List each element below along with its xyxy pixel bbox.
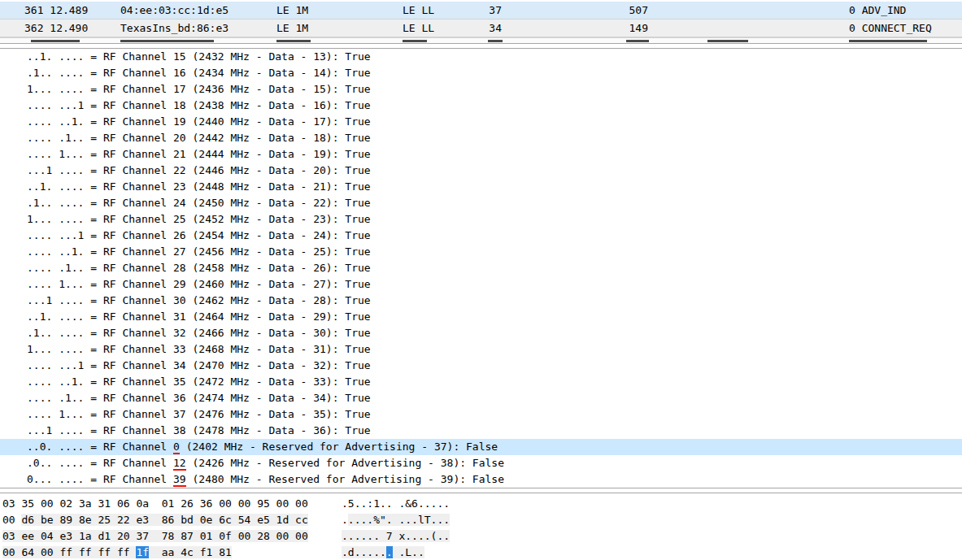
detail-tree-row[interactable]: .1.. .... = RF Channel 24 (2450 MHz - Da… xyxy=(0,195,962,211)
hex-byte: 78 xyxy=(162,530,175,542)
bitfield-prefix: .0.. .... = RF Channel xyxy=(27,457,173,469)
ascii-char: 5 xyxy=(348,497,355,510)
hex-byte: 03 xyxy=(2,530,15,542)
detail-tree-row[interactable]: 1... .... = RF Channel 25 (2452 MHz - Da… xyxy=(0,211,962,228)
bitfield-suffix: (2438 MHz - Data - 16): True xyxy=(186,99,371,111)
hex-row[interactable]: 00 d6 be 89 8e 25 22 e3 86 bd 0e 6c 54 e… xyxy=(0,512,962,528)
hex-row[interactable]: 03 35 00 02 3a 31 06 0a 01 26 36 00 00 9… xyxy=(0,496,962,512)
detail-tree-row[interactable]: .... ..1. = RF Channel 35 (2472 MHz - Da… xyxy=(0,374,962,390)
detail-tree-row[interactable]: 1... .... = RF Channel 17 (2436 MHz - Da… xyxy=(0,81,962,98)
hex-gap xyxy=(174,530,181,542)
bitfield-prefix: .1.. .... = RF Channel xyxy=(27,327,173,339)
ascii-char: . xyxy=(411,530,418,542)
detail-tree-row[interactable]: ...1 .... = RF Channel 38 (2478 MHz - Da… xyxy=(0,423,962,439)
detail-tree-row[interactable]: .1.. .... = RF Channel 32 (2466 MHz - Da… xyxy=(0,325,962,341)
detail-tree-row[interactable]: .... ...1 = RF Channel 26 (2454 MHz - Da… xyxy=(0,228,962,244)
hex-byte: 81 xyxy=(219,546,232,558)
bitfield-suffix: (2452 MHz - Data - 23): True xyxy=(186,213,371,225)
hex-byte: aa xyxy=(162,546,175,558)
detail-tree-row[interactable]: .... 1... = RF Channel 29 (2460 MHz - Da… xyxy=(0,276,962,293)
hex-byte: 25 xyxy=(98,514,111,526)
ascii-char: . xyxy=(380,546,386,558)
channel-number: 33 xyxy=(173,343,186,355)
bitfield-suffix: (2432 MHz - Data - 13): True xyxy=(186,50,371,63)
packet-detail-pane: ..1. .... = RF Channel 15 (2432 MHz - Da… xyxy=(0,49,962,488)
bitfield-prefix: .... ...1 = RF Channel xyxy=(27,359,173,371)
bitfield-prefix: .... 1... = RF Channel xyxy=(27,148,173,160)
detail-tree-row[interactable]: ..1. .... = RF Channel 15 (2432 MHz - Da… xyxy=(0,49,962,65)
hex-byte: cc xyxy=(295,514,308,526)
bitfield-suffix: (2454 MHz - Data - 24): True xyxy=(186,229,371,241)
detail-tree-row[interactable]: .... .1.. = RF Channel 36 (2474 MHz - Da… xyxy=(0,390,962,406)
ascii-char: . xyxy=(373,530,380,542)
ascii-bytes: .d...... .L.. xyxy=(342,545,424,560)
clipped-text-fragment xyxy=(276,40,311,42)
detail-tree-row[interactable]: .... ...1 = RF Channel 18 (2438 MHz - Da… xyxy=(0,98,962,114)
ascii-char: . xyxy=(411,514,418,526)
hex-byte: 35 xyxy=(21,497,34,510)
hex-byte: 31 xyxy=(98,497,111,510)
detail-tree-row[interactable]: .... .1.. = RF Channel 28 (2458 MHz - Da… xyxy=(0,260,962,276)
hex-byte: 1d xyxy=(276,514,289,526)
detail-tree-row[interactable]: ..1. .... = RF Channel 23 (2448 MHz - Da… xyxy=(0,179,962,195)
pane-splitter-bottom[interactable] xyxy=(0,488,962,493)
packet-no-time: 361 12.489 xyxy=(24,2,88,19)
hex-gap xyxy=(149,546,162,558)
detail-tree-row[interactable]: ...1 .... = RF Channel 30 (2462 MHz - Da… xyxy=(0,293,962,309)
detail-tree-row[interactable]: .... .1.. = RF Channel 20 (2442 MHz - Da… xyxy=(0,130,962,146)
hex-gap xyxy=(212,530,219,542)
hex-byte: ff xyxy=(98,546,111,558)
hex-byte: 00 xyxy=(238,497,251,510)
hex-byte: 89 xyxy=(59,514,72,526)
bitfield-prefix: ..1. .... = RF Channel xyxy=(27,310,173,323)
bitfield-prefix: 1... .... = RF Channel xyxy=(27,343,173,355)
packet-row[interactable]: 362 12.490TexasIns_bd:86:e3LE 1MLE LL341… xyxy=(0,20,962,37)
packet-row[interactable]: 361 12.48904:ee:03:cc:1d:e5LE 1MLE LL375… xyxy=(0,2,962,20)
detail-tree-row[interactable]: ..1. .... = RF Channel 31 (2464 MHz - Da… xyxy=(0,309,962,325)
bitfield-suffix: (2444 MHz - Data - 19): True xyxy=(186,148,371,160)
ascii-char: . xyxy=(342,546,348,558)
bitfield-prefix: ...1 .... = RF Channel xyxy=(27,294,173,306)
clipped-text-fragment xyxy=(31,40,80,42)
detail-tree-row[interactable]: ...1 .... = RF Channel 22 (2446 MHz - Da… xyxy=(0,163,962,179)
hex-gap xyxy=(212,546,219,558)
detail-tree-row[interactable]: .1.. .... = RF Channel 16 (2434 MHz - Da… xyxy=(0,65,962,81)
hex-row[interactable]: 00 64 00 ff ff ff ff 1f aa 4c f1 81.d...… xyxy=(0,545,962,560)
channel-number: 21 xyxy=(173,148,186,160)
detail-tree-row[interactable]: .... 1... = RF Channel 37 (2476 MHz - Da… xyxy=(0,406,962,423)
hex-byte: e3 xyxy=(59,530,72,542)
bitfield-prefix: 0... .... = RF Channel xyxy=(27,473,173,485)
channel-number: 26 xyxy=(173,229,186,241)
channel-number: 23 xyxy=(173,180,186,193)
bitfield-suffix: (2458 MHz - Data - 26): True xyxy=(186,262,371,274)
ascii-char: . xyxy=(405,514,411,526)
hex-byte: 00 xyxy=(295,497,308,510)
ascii-char: 7 xyxy=(386,530,393,542)
hex-gap xyxy=(270,497,276,510)
channel-number-annotated: 0 xyxy=(173,441,180,454)
detail-tree-row[interactable]: ..0. .... = RF Channel 0 (2402 MHz - Res… xyxy=(0,439,962,455)
hex-row[interactable]: 03 ee 04 e3 1a d1 20 37 78 87 01 0f 00 2… xyxy=(0,528,962,545)
detail-tree-row[interactable]: .... ..1. = RF Channel 27 (2456 MHz - Da… xyxy=(0,244,962,260)
pane-splitter-top[interactable] xyxy=(0,43,962,49)
packet-phy: LE 1M xyxy=(276,20,308,37)
packet-list-pane: 361 12.48904:ee:03:cc:1d:e5LE 1MLE LL375… xyxy=(0,0,962,37)
hex-byte: ff xyxy=(59,546,72,558)
bitfield-suffix: (2448 MHz - Data - 21): True xyxy=(186,180,371,193)
channel-number: 15 xyxy=(173,50,186,63)
bitfield-prefix: ..1. .... = RF Channel xyxy=(27,180,173,193)
detail-tree-row[interactable]: .... ...1 = RF Channel 34 (2470 MHz - Da… xyxy=(0,358,962,374)
detail-tree-row[interactable]: .... ..1. = RF Channel 19 (2440 MHz - Da… xyxy=(0,114,962,130)
bitfield-suffix: (2480 MHz - Reserved for Advertising - 3… xyxy=(186,473,504,485)
ascii-char: . xyxy=(418,530,424,542)
hex-gap xyxy=(72,530,79,542)
bitfield-prefix: .... ...1 = RF Channel xyxy=(27,229,173,241)
hex-gap xyxy=(174,546,181,558)
detail-tree-row[interactable]: .... 1... = RF Channel 21 (2444 MHz - Da… xyxy=(0,146,962,163)
detail-tree-row[interactable]: 1... .... = RF Channel 33 (2468 MHz - Da… xyxy=(0,341,962,358)
detail-tree-row[interactable]: 0... .... = RF Channel 39 (2480 MHz - Re… xyxy=(0,471,962,488)
detail-tree-row[interactable]: .0.. .... = RF Channel 12 (2426 MHz - Re… xyxy=(0,455,962,471)
hex-gap xyxy=(111,497,117,510)
ascii-char: . xyxy=(424,497,431,510)
hex-byte: 00 xyxy=(295,530,308,542)
